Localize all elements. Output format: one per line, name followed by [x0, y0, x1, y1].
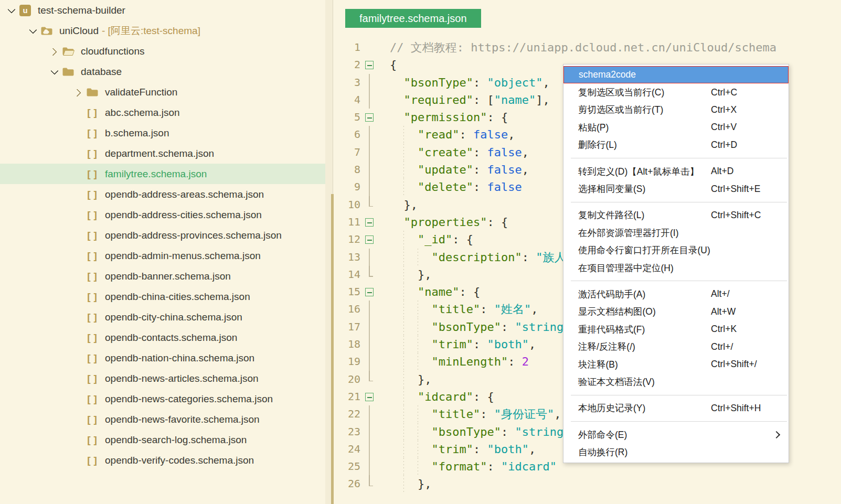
fold-guide [360, 126, 377, 143]
code-text: }, [390, 266, 431, 283]
fold-collapse-icon[interactable] [360, 56, 377, 73]
code-line-1[interactable]: 1// 文档教程: https://uniapp.dcloud.net.cn/u… [336, 39, 841, 56]
indent-guide [418, 458, 418, 475]
line-number: 21 [336, 388, 360, 405]
tree-item-label: database [81, 66, 122, 78]
tree-item-opendb-news-categories-schema-json[interactable]: [ ]opendb-news-categories.schema.json [0, 389, 325, 409]
code-token: : [473, 180, 487, 194]
menu-item-label: 激活代码助手(A) [578, 288, 645, 301]
line-number: 16 [336, 301, 360, 318]
fold-collapse-icon[interactable] [360, 213, 377, 231]
menu-item--f-[interactable]: 重排代码格式(F)Ctrl+K [563, 320, 789, 338]
tree-item-opendb-verify-codes-schema-json[interactable]: [ ]opendb-verify-codes.schema.json [0, 450, 325, 470]
editor-tab[interactable]: familytree.schema.json [345, 9, 481, 28]
menu-item--s-[interactable]: 选择相同变量(S)Ctrl+Shift+E [563, 180, 789, 197]
line-number: 17 [336, 318, 360, 336]
menu-item-label: 外部命令(E) [578, 428, 627, 441]
chevron-right-icon[interactable] [47, 48, 60, 54]
chevron-right-icon[interactable] [71, 89, 84, 95]
menu-item--r-[interactable]: 自动换行(R) [563, 443, 789, 460]
tree-item-cloudfunctions[interactable]: cloudfunctions [0, 41, 325, 61]
indent-guide [403, 231, 404, 248]
fold-guide [360, 91, 377, 109]
tree-item-opendb-banner-schema-json[interactable]: [ ]opendb-banner.schema.json [0, 266, 325, 286]
fold-collapse-icon[interactable] [360, 388, 377, 405]
menu-item--p-[interactable]: 粘贴(P)Ctrl+V [563, 119, 789, 136]
menu-item--y-[interactable]: 本地历史记录(Y)Ctrl+Shift+H [563, 400, 789, 417]
line-number: 8 [336, 161, 360, 178]
line-number: 19 [336, 353, 360, 370]
code-token: : [473, 146, 487, 159]
tree-item-label: opendb-search-log.schema.json [105, 434, 247, 446]
menu-item--o-[interactable]: 显示文档结构图(O)Alt+W [563, 303, 789, 320]
fold-collapse-icon[interactable] [360, 109, 377, 126]
fold-collapse-icon[interactable] [360, 231, 377, 248]
code-token: "both" [487, 443, 528, 456]
fold-collapse-icon[interactable] [360, 283, 377, 301]
tree-item-b-schema-json[interactable]: [ ]b.schema.json [0, 123, 325, 143]
indent-guide [403, 475, 404, 492]
code-text: "delete": false [390, 178, 522, 196]
menu-item--u-[interactable]: 使用命令行窗口打开所在目录(U) [563, 242, 789, 259]
menu-item--c-[interactable]: 复制选区或当前行(C)Ctrl+C [563, 83, 789, 101]
code-token: , [529, 443, 536, 456]
menu-item--a-[interactable]: 激活代码助手(A)Alt+/ [563, 285, 789, 303]
line-number: 1 [336, 39, 360, 56]
fold-guide [360, 249, 377, 266]
tree-item-opendb-nation-china-schema-json[interactable]: [ ]opendb-nation-china.schema.json [0, 348, 325, 368]
code-token: "title" [431, 408, 480, 421]
chevron-down-icon[interactable] [47, 69, 60, 74]
menu-item--d-alt-[interactable]: 转到定义(D)【Alt+鼠标单击】Alt+D [563, 163, 789, 180]
code-text: { [390, 56, 397, 73]
indent-guide [403, 161, 404, 178]
tree-item-familytree-schema-json[interactable]: [ ]familytree.schema.json [0, 164, 325, 184]
chevron-down-icon[interactable] [26, 28, 38, 34]
indent-guide [403, 249, 404, 266]
menu-item--l-[interactable]: 删除行(L)Ctrl+D [563, 136, 789, 154]
tree-item-department-schema-json[interactable]: [ ]department.schema.json [0, 143, 325, 164]
tree-item-test-schema-builder[interactable]: utest-schema-builder [0, 0, 325, 20]
tree-item-opendb-news-favorite-schema-json[interactable]: [ ]opendb-news-favorite.schema.json [0, 409, 325, 430]
menu-item--e-[interactable]: 外部命令(E) [563, 426, 789, 443]
tree-item-opendb-contacts-schema-json[interactable]: [ ]opendb-contacts.schema.json [0, 327, 325, 348]
line-number: 22 [336, 405, 360, 423]
file-tree: utest-schema-builderuniCloud- [阿里云:test-… [0, 0, 325, 470]
code-text: "name": { [390, 283, 480, 301]
tree-item-opendb-address-areas-schema-json[interactable]: [ ]opendb-address-areas.schema.json [0, 184, 325, 205]
menu-item--b-[interactable]: 块注释(B)Ctrl+Shift+/ [563, 356, 789, 373]
tree-item-opendb-search-log-schema-json[interactable]: [ ]opendb-search-log.schema.json [0, 430, 325, 450]
tree-item-opendb-city-china-schema-json[interactable]: [ ]opendb-city-china.schema.json [0, 307, 325, 327]
menu-item--t-[interactable]: 剪切选区或当前行(T)Ctrl+X [563, 101, 789, 119]
tree-item-database[interactable]: database [0, 61, 325, 82]
tree-item-validatefunction[interactable]: validateFunction [0, 82, 325, 102]
tree-item-opendb-address-cities-schema-json[interactable]: [ ]opendb-address-cities.schema.json [0, 205, 325, 225]
menu-item--[interactable]: 注释/反注释(/)Ctrl+/ [563, 338, 789, 355]
tree-item-label: opendb-contacts.schema.json [105, 332, 237, 344]
indent-guide [403, 126, 404, 143]
menu-item-label: 本地历史记录(Y) [578, 402, 645, 414]
tree-item-unicloud[interactable]: uniCloud- [阿里云:test-schema] [0, 20, 325, 41]
menu-item--i-[interactable]: 在外部资源管理器打开(I) [563, 224, 789, 241]
fold-guide [360, 353, 377, 370]
code-token: false [487, 180, 521, 194]
code-token: : [473, 338, 487, 351]
menu-item--l-[interactable]: 复制文件路径(L)Ctrl+Shift+C [563, 207, 789, 224]
tree-scrollbar-thumb[interactable] [331, 194, 334, 504]
tree-item-abc-schema-json[interactable]: [ ]abc.schema.json [0, 102, 325, 123]
indent-guide [418, 441, 418, 458]
chevron-down-icon[interactable] [4, 7, 17, 13]
project-tree-panel: utest-schema-builderuniCloud- [阿里云:test-… [0, 0, 325, 504]
menu-item-schema2code[interactable]: schema2code [563, 66, 789, 83]
code-line-26[interactable]: 26 }, [336, 475, 841, 492]
tree-item-opendb-news-articles-schema-json[interactable]: [ ]opendb-news-articles.schema.json [0, 368, 325, 389]
indent-guide [403, 144, 404, 161]
tree-item-opendb-address-provinces-schema-json[interactable]: [ ]opendb-address-provinces.schema.json [0, 225, 325, 245]
indent-guide [403, 266, 404, 283]
menu-item--h-[interactable]: 在项目管理器中定位(H) [563, 259, 789, 276]
menu-item--v-[interactable]: 验证本文档语法(V) [563, 373, 789, 390]
tree-item-opendb-admin-menus-schema-json[interactable]: [ ]opendb-admin-menus.schema.json [0, 245, 325, 266]
json-brackets-icon: [ ] [84, 168, 101, 180]
code-token: "minLength" [431, 355, 508, 368]
tree-item-opendb-china-cities-schema-json[interactable]: [ ]opendb-china-cities.schema.json [0, 286, 325, 307]
code-text: "read": false, [390, 126, 515, 143]
